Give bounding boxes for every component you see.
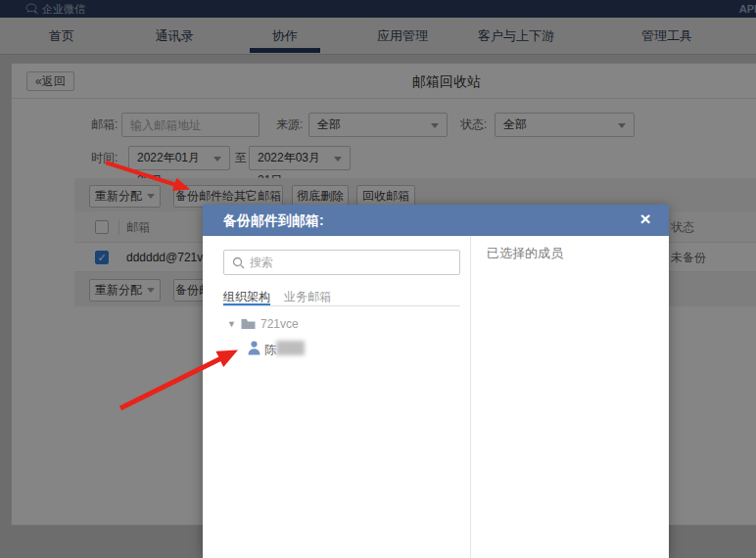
tree-node-member[interactable]: 陈 <box>264 340 276 359</box>
folder-icon <box>241 318 256 330</box>
tree-expander-icon[interactable]: ▼ <box>227 314 236 334</box>
tree-node-company[interactable]: 721vce <box>260 314 299 334</box>
redacted-name-blur <box>276 341 305 355</box>
selected-members-label: 已选择的成员 <box>487 245 563 262</box>
backup-modal: 备份邮件到邮箱: × 组织架构 业务邮箱 ▼ 721vce 陈 已选择的成员 <box>203 205 669 558</box>
close-icon[interactable]: × <box>632 205 659 236</box>
search-icon <box>232 256 245 269</box>
member-search-input[interactable] <box>250 251 455 274</box>
modal-title: 备份邮件到邮箱: <box>223 205 324 236</box>
screen: 企业微信 APD 首页 通讯录 协作 应用管理 客户与上下游 管理工具 «返回 … <box>0 0 756 558</box>
member-search-box[interactable] <box>223 250 460 275</box>
person-icon <box>248 341 260 355</box>
tab-business-mailbox[interactable]: 业务邮箱 <box>284 287 331 306</box>
panel-divider <box>470 236 471 558</box>
modal-header: 备份邮件到邮箱: × <box>203 205 669 236</box>
modal-tab-divider <box>223 305 460 306</box>
